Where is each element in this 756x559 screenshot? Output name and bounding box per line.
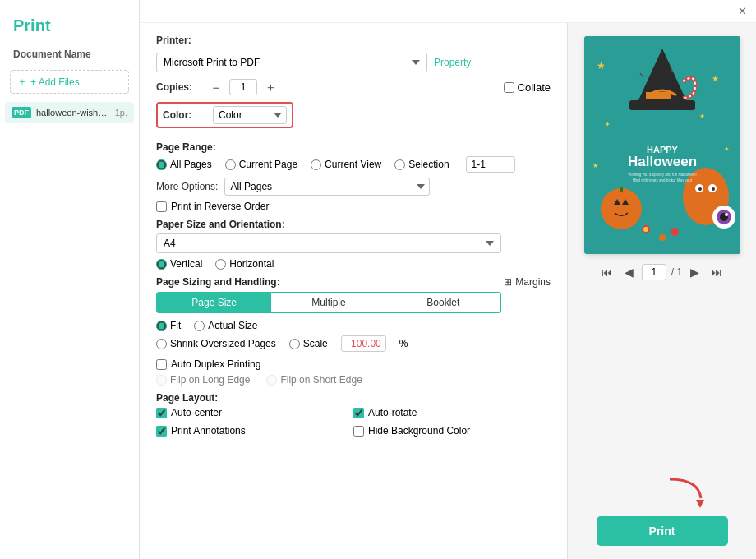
file-list-item[interactable]: PDF halloween-wishe... 1p.: [5, 102, 134, 123]
color-label: Color:: [163, 109, 208, 121]
auto-duplex-checkbox[interactable]: Auto Duplex Printing: [156, 358, 551, 370]
svg-text:Wishing you a spooky and fun H: Wishing you a spooky and fun Halloween!: [628, 173, 697, 177]
svg-text:★: ★: [592, 162, 598, 169]
page-sizing-tabs: Page Size Multiple Booklet: [156, 292, 501, 313]
property-link[interactable]: Property: [434, 57, 471, 68]
svg-text:★: ★: [712, 74, 719, 83]
flip-row: Flip on Long Edge Flip on Short Edge: [156, 374, 551, 386]
fit-radio[interactable]: Fit: [156, 320, 181, 331]
scale-unit: %: [399, 338, 408, 349]
printer-select-row: Microsoft Print to PDF Property: [156, 53, 551, 72]
svg-point-29: [725, 213, 728, 216]
svg-point-19: [698, 187, 702, 191]
collate-label[interactable]: Collate: [518, 81, 551, 94]
sizing-options-group: Fit Actual Size: [156, 320, 551, 331]
all-pages-radio[interactable]: All Pages: [156, 159, 212, 170]
horizontal-radio[interactable]: Horizontal: [215, 258, 274, 270]
layout-options-grid: Auto-center Auto-rotate Print Annotation…: [156, 407, 551, 441]
titlebar: — ✕: [140, 0, 756, 23]
svg-text:★: ★: [597, 60, 606, 72]
add-files-button[interactable]: ＋ + Add Files: [10, 70, 129, 94]
copies-decrement-button[interactable]: −: [208, 79, 224, 95]
page-sizing-header: Page Sizing and Handling: ⊞ Margins: [156, 276, 551, 288]
svg-text:Halloween: Halloween: [627, 154, 696, 169]
actual-size-radio[interactable]: Actual Size: [194, 320, 257, 331]
plus-icon: ＋: [17, 75, 27, 89]
svg-rect-16: [620, 187, 623, 192]
selection-radio[interactable]: Selection: [394, 159, 449, 170]
printer-row: Printer:: [156, 35, 551, 46]
auto-center-checkbox[interactable]: Auto-center: [156, 407, 353, 418]
margins-icon: ⊞: [504, 276, 512, 288]
total-pages: / 1: [671, 266, 682, 278]
next-page-button[interactable]: ▶: [687, 264, 703, 280]
printer-label: Printer:: [156, 35, 201, 46]
collate-checkbox[interactable]: [504, 82, 514, 93]
svg-text:✦: ✦: [605, 121, 611, 128]
file-pages: 1p.: [115, 108, 127, 118]
duplex-section: Auto Duplex Printing Flip on Long Edge F…: [156, 358, 551, 386]
document-section-label: Document Name: [0, 45, 139, 67]
copies-input[interactable]: [229, 79, 257, 95]
preview-panel: ★ ★ ✦ ★ ✦ ★: [567, 23, 756, 559]
hide-bg-checkbox[interactable]: Hide Background Color: [353, 425, 551, 437]
tab-page-size[interactable]: Page Size: [157, 293, 271, 312]
svg-text:✦: ✦: [724, 146, 730, 153]
auto-rotate-checkbox[interactable]: Auto-rotate: [353, 407, 551, 418]
copies-increment-button[interactable]: ＋: [262, 79, 279, 95]
shrink-radio[interactable]: Shrink Oversized Pages: [156, 338, 276, 349]
svg-point-24: [659, 234, 666, 241]
orientation-group: Vertical Horizontal: [156, 258, 551, 270]
svg-point-25: [671, 228, 679, 236]
printer-select[interactable]: Microsoft Print to PDF: [156, 53, 427, 72]
tab-booklet[interactable]: Booklet: [386, 293, 500, 312]
vertical-radio[interactable]: Vertical: [156, 258, 202, 270]
paper-size-title: Paper Size and Orientation:: [156, 219, 551, 230]
app-title: Print: [0, 10, 139, 45]
svg-text:filled with treats and tricks!: filled with treats and tricks! May your: [632, 178, 692, 182]
close-button[interactable]: ✕: [734, 3, 751, 19]
sidebar: Print Document Name ＋ + Add Files PDF ha…: [0, 0, 140, 559]
copies-control: − ＋: [208, 79, 279, 95]
flip-long-radio[interactable]: Flip on Long Edge: [156, 374, 250, 386]
scale-input[interactable]: [341, 335, 386, 352]
reverse-order-checkbox[interactable]: Print in Reverse Order: [156, 201, 551, 212]
main-area: — ✕ Printer: Microsoft Print to PDF Prop…: [140, 0, 756, 559]
more-options-label: More Options:: [156, 181, 218, 192]
tab-multiple[interactable]: Multiple: [271, 293, 385, 312]
file-name: halloween-wishe...: [36, 108, 110, 118]
arrow-indicator: [662, 475, 711, 510]
flip-short-radio[interactable]: Flip on Short Edge: [266, 374, 362, 386]
scale-radio[interactable]: Scale: [289, 338, 328, 349]
svg-text:★: ★: [699, 113, 705, 120]
paper-size-select[interactable]: A4 Letter Legal A3: [156, 233, 501, 253]
last-page-button[interactable]: ⏭: [708, 264, 726, 280]
print-annotations-checkbox[interactable]: Print Annotations: [156, 425, 353, 437]
first-page-button[interactable]: ⏮: [598, 264, 616, 280]
page-range-title: Page Range:: [156, 141, 551, 153]
page-layout-section: Page Layout: Auto-center Auto-rotate Pri…: [156, 392, 551, 441]
content-area: Printer: Microsoft Print to PDF Property…: [140, 23, 756, 559]
current-page-radio[interactable]: Current Page: [225, 159, 297, 170]
print-form: Printer: Microsoft Print to PDF Property…: [140, 23, 567, 559]
selection-range-input[interactable]: [466, 156, 515, 173]
page-sizing-title: Page Sizing and Handling:: [156, 276, 280, 288]
minimize-button[interactable]: —: [715, 3, 734, 19]
svg-rect-8: [629, 100, 695, 110]
svg-point-23: [643, 227, 648, 232]
print-button[interactable]: Print: [597, 516, 728, 546]
svg-marker-34: [696, 500, 704, 508]
current-page-input[interactable]: [642, 264, 666, 280]
more-options-row: More Options: All Pages Odd Pages Only E…: [156, 178, 551, 196]
more-options-select[interactable]: All Pages Odd Pages Only Even Pages Only: [224, 178, 430, 196]
copies-row: Copies: − ＋ Collate: [156, 79, 551, 95]
prev-page-button[interactable]: ◀: [621, 264, 637, 280]
copies-label: Copies:: [156, 81, 201, 93]
halloween-illustration: ★ ★ ✦ ★ ✦ ★: [584, 36, 740, 254]
preview-navigation: ⏮ ◀ / 1 ▶ ⏭: [598, 264, 726, 280]
preview-card: ★ ★ ✦ ★ ✦ ★: [584, 36, 740, 254]
margins-button[interactable]: ⊞ Margins: [504, 276, 551, 288]
color-select[interactable]: Color Black and White Grayscale: [213, 106, 287, 124]
svg-point-21: [712, 187, 715, 191]
current-view-radio[interactable]: Current View: [311, 159, 381, 170]
